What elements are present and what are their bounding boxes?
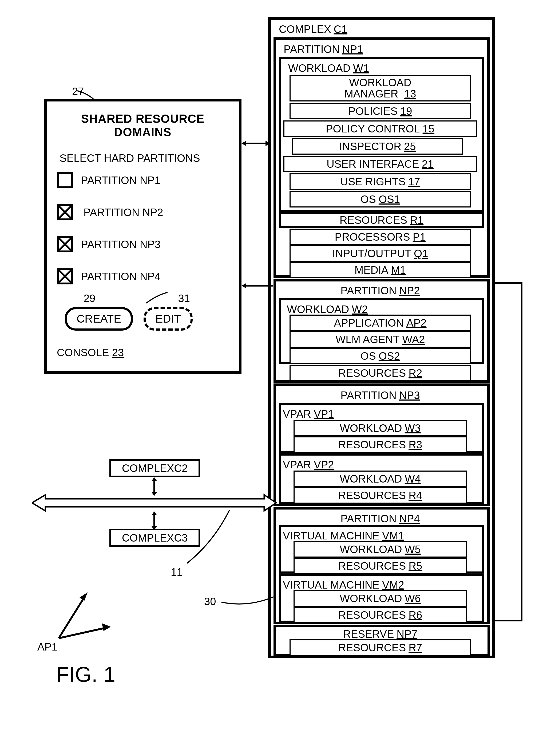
os2-row: OSOS2 (290, 348, 471, 364)
svg-marker-1 (152, 477, 157, 481)
resources-r3-row: RESOURCESR3 (294, 436, 467, 453)
arrow-c2-bus (150, 477, 158, 496)
resources-r2-row: RESOURCESR2 (290, 365, 471, 381)
console-subtitle: SELECT HARD PARTITIONS (60, 152, 229, 164)
complex-c1-label: COMPLEXC1 (273, 21, 423, 37)
policy-control-row: POLICY CONTROL15 (283, 120, 477, 137)
resources-r7-row: RESOURCESR7 (290, 639, 471, 656)
leader-30 (221, 594, 275, 610)
workload-w3-row: WORKLOADW3 (294, 420, 467, 436)
inspector-row: INSPECTOR25 (292, 138, 463, 155)
partition-np2-row[interactable]: PARTITION NP2 (57, 204, 229, 220)
svg-marker-5 (152, 526, 157, 530)
create-button[interactable]: CREATE (65, 307, 133, 331)
ref-30: 30 (204, 595, 216, 608)
policies-row: POLICIES19 (290, 103, 471, 119)
io-q1-row: INPUT/OUTPUTQ1 (290, 245, 471, 262)
console-title: SHARED RESOURCE DOMAINS (57, 112, 229, 139)
complex-c2-box: COMPLEXC2 (109, 459, 200, 477)
use-rights-row: USE RIGHTS17 (290, 173, 471, 190)
bracket-right (495, 279, 527, 625)
leader-31 (144, 292, 176, 306)
checkbox-np2[interactable] (57, 204, 73, 220)
svg-line-12 (59, 595, 85, 638)
svg-line-14 (59, 627, 107, 638)
checkbox-np3[interactable] (57, 236, 73, 252)
ref-11: 11 (171, 566, 183, 578)
wlm-agent-row: WLM AGENTWA2 (290, 331, 471, 348)
reserve-np7-label: RESERVENP7 (279, 627, 482, 640)
workload-w4-row: WORKLOADW4 (294, 470, 467, 487)
os1-row: OSOS1 (290, 191, 471, 207)
ap1-arrows (48, 588, 117, 646)
leader-11 (187, 510, 240, 569)
figure-label: FIG. 1 (56, 662, 115, 687)
edit-button[interactable]: EDIT (144, 307, 193, 331)
svg-marker-11 (241, 283, 246, 288)
partition-np1-label2: PARTITIONNP1 (279, 41, 412, 57)
partition-np3-label: PARTITIONNP3 (279, 387, 482, 404)
partition-np3-row[interactable]: PARTITION NP3 (57, 236, 229, 252)
partition-np4-row[interactable]: PARTITION NP4 (57, 268, 229, 285)
partition-np1-row[interactable]: PARTITION NP1 (57, 172, 229, 188)
ref-29: 29 (84, 292, 96, 306)
workload-w1-label: WORKLOADW1 (284, 60, 418, 76)
svg-marker-8 (241, 141, 246, 146)
application-ap2-row: APPLICATIONAP2 (290, 315, 471, 331)
arrow-np2-console (241, 282, 273, 290)
workload-w6-row: WORKLOADW6 (294, 590, 467, 607)
ap1-label: AP1 (37, 641, 58, 653)
checkbox-np1[interactable] (57, 172, 73, 188)
console-panel: SHARED RESOURCE DOMAINS SELECT HARD PART… (44, 99, 241, 374)
ref-31: 31 (178, 292, 190, 306)
partition-np4-label: PARTITIONNP4 (279, 510, 482, 527)
resources-r6-row: RESOURCESR6 (294, 607, 467, 623)
processors-p1-row: PROCESSORSP1 (290, 228, 471, 245)
complex-c3-box: COMPLEXC3 (109, 529, 200, 547)
arrow-c3-bus (150, 511, 158, 530)
partition-np4-label: PARTITION NP4 (81, 270, 161, 283)
partition-np1-label: PARTITION NP1 (81, 174, 161, 186)
resources-r5-row: RESOURCESR5 (294, 558, 467, 574)
partition-np3-label: PARTITION NP3 (81, 238, 161, 251)
workload-manager-row2: WORKLOAD MANAGER 13 (290, 75, 471, 102)
svg-marker-6 (32, 495, 276, 511)
svg-marker-13 (79, 592, 88, 601)
checkbox-np4[interactable] (57, 268, 73, 285)
user-interface-row: USER INTERFACE21 (283, 156, 477, 172)
arrow-console-inspector (241, 139, 270, 147)
svg-marker-9 (266, 141, 270, 146)
media-m1-row: MEDIAM1 (290, 262, 471, 278)
workload-w5-row: WORKLOADW5 (294, 541, 467, 558)
bus-arrow (32, 494, 277, 512)
partition-np2-label: PARTITION NP2 (84, 206, 163, 219)
svg-marker-15 (102, 623, 111, 631)
resources-r1-row: RESOURCESR1 (279, 212, 484, 228)
console-footer: CONSOLE 23 (57, 347, 229, 359)
resources-r4-row: RESOURCESR4 (294, 487, 467, 504)
partition-np2-label: PARTITIONNP2 (279, 282, 482, 299)
